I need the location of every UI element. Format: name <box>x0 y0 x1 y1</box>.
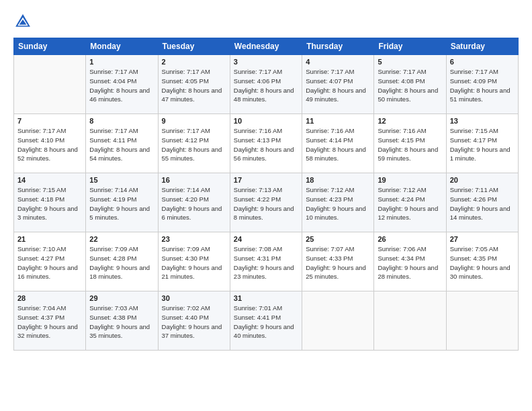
day-cell: 7Sunrise: 7:17 AMSunset: 4:10 PMDaylight… <box>14 114 86 173</box>
day-number: 17 <box>234 176 298 184</box>
day-cell: 20Sunrise: 7:11 AMSunset: 4:26 PMDayligh… <box>446 173 518 232</box>
week-row-4: 21Sunrise: 7:10 AMSunset: 4:27 PMDayligh… <box>14 232 519 291</box>
day-info: Sunrise: 7:15 AMSunset: 4:17 PMDaylight:… <box>450 126 515 163</box>
logo <box>13 12 35 31</box>
day-cell: 17Sunrise: 7:13 AMSunset: 4:22 PMDayligh… <box>230 173 302 232</box>
day-number: 19 <box>378 176 442 184</box>
day-cell: 13Sunrise: 7:15 AMSunset: 4:17 PMDayligh… <box>446 114 518 173</box>
day-cell: 6Sunrise: 7:17 AMSunset: 4:09 PMDaylight… <box>446 55 518 114</box>
header-monday: Monday <box>86 38 158 55</box>
day-number: 25 <box>306 235 370 243</box>
day-info: Sunrise: 7:09 AMSunset: 4:30 PMDaylight:… <box>162 244 226 281</box>
day-info: Sunrise: 7:17 AMSunset: 4:06 PMDaylight:… <box>234 67 298 104</box>
day-cell: 30Sunrise: 7:02 AMSunset: 4:40 PMDayligh… <box>158 291 230 351</box>
day-cell: 11Sunrise: 7:16 AMSunset: 4:14 PMDayligh… <box>302 114 374 173</box>
day-number: 21 <box>17 235 82 243</box>
day-info: Sunrise: 7:17 AMSunset: 4:07 PMDaylight:… <box>306 67 370 104</box>
day-cell: 5Sunrise: 7:17 AMSunset: 4:08 PMDaylight… <box>374 55 446 114</box>
day-info: Sunrise: 7:01 AMSunset: 4:41 PMDaylight:… <box>234 304 298 340</box>
day-info: Sunrise: 7:07 AMSunset: 4:33 PMDaylight:… <box>306 244 370 281</box>
day-info: Sunrise: 7:16 AMSunset: 4:15 PMDaylight:… <box>378 126 442 163</box>
day-info: Sunrise: 7:17 AMSunset: 4:10 PMDaylight:… <box>17 126 82 163</box>
day-cell <box>374 291 446 351</box>
header-tuesday: Tuesday <box>158 38 230 55</box>
day-info: Sunrise: 7:02 AMSunset: 4:40 PMDaylight:… <box>162 304 226 340</box>
day-cell: 9Sunrise: 7:17 AMSunset: 4:12 PMDaylight… <box>158 114 230 173</box>
week-row-3: 14Sunrise: 7:15 AMSunset: 4:18 PMDayligh… <box>14 173 519 232</box>
day-cell: 4Sunrise: 7:17 AMSunset: 4:07 PMDaylight… <box>302 55 374 114</box>
day-info: Sunrise: 7:14 AMSunset: 4:20 PMDaylight:… <box>162 185 226 222</box>
day-number: 8 <box>89 117 154 125</box>
week-row-1: 1Sunrise: 7:17 AMSunset: 4:04 PMDaylight… <box>14 55 519 114</box>
week-row-2: 7Sunrise: 7:17 AMSunset: 4:10 PMDaylight… <box>14 114 519 173</box>
day-number: 14 <box>17 176 82 184</box>
day-number: 11 <box>306 117 370 125</box>
day-info: Sunrise: 7:11 AMSunset: 4:26 PMDaylight:… <box>450 185 515 222</box>
day-info: Sunrise: 7:16 AMSunset: 4:13 PMDaylight:… <box>234 126 298 163</box>
day-cell: 19Sunrise: 7:12 AMSunset: 4:24 PMDayligh… <box>374 173 446 232</box>
day-cell: 18Sunrise: 7:12 AMSunset: 4:23 PMDayligh… <box>302 173 374 232</box>
day-number: 24 <box>234 235 298 243</box>
day-number: 27 <box>450 235 515 243</box>
day-info: Sunrise: 7:17 AMSunset: 4:09 PMDaylight:… <box>450 67 515 104</box>
day-cell: 25Sunrise: 7:07 AMSunset: 4:33 PMDayligh… <box>302 232 374 291</box>
day-number: 28 <box>17 294 82 302</box>
day-info: Sunrise: 7:12 AMSunset: 4:23 PMDaylight:… <box>306 185 370 222</box>
day-cell: 22Sunrise: 7:09 AMSunset: 4:28 PMDayligh… <box>86 232 158 291</box>
logo-icon <box>13 12 32 31</box>
day-number: 30 <box>162 294 226 302</box>
day-cell: 3Sunrise: 7:17 AMSunset: 4:06 PMDaylight… <box>230 55 302 114</box>
day-cell: 12Sunrise: 7:16 AMSunset: 4:15 PMDayligh… <box>374 114 446 173</box>
day-info: Sunrise: 7:08 AMSunset: 4:31 PMDaylight:… <box>234 244 298 281</box>
day-info: Sunrise: 7:17 AMSunset: 4:08 PMDaylight:… <box>378 67 442 104</box>
header-sunday: Sunday <box>14 38 86 55</box>
day-cell <box>446 291 518 351</box>
day-number: 10 <box>234 117 298 125</box>
day-cell: 16Sunrise: 7:14 AMSunset: 4:20 PMDayligh… <box>158 173 230 232</box>
day-cell: 31Sunrise: 7:01 AMSunset: 4:41 PMDayligh… <box>230 291 302 351</box>
day-info: Sunrise: 7:03 AMSunset: 4:38 PMDaylight:… <box>89 304 154 340</box>
day-number: 6 <box>450 58 515 66</box>
day-cell: 28Sunrise: 7:04 AMSunset: 4:37 PMDayligh… <box>14 291 86 351</box>
day-cell <box>302 291 374 351</box>
day-info: Sunrise: 7:09 AMSunset: 4:28 PMDaylight:… <box>89 244 154 281</box>
day-number: 23 <box>162 235 226 243</box>
day-info: Sunrise: 7:06 AMSunset: 4:34 PMDaylight:… <box>378 244 442 281</box>
day-number: 15 <box>89 176 154 184</box>
page: SundayMondayTuesdayWednesdayThursdayFrid… <box>0 0 532 411</box>
day-cell: 2Sunrise: 7:17 AMSunset: 4:05 PMDaylight… <box>158 55 230 114</box>
day-info: Sunrise: 7:15 AMSunset: 4:18 PMDaylight:… <box>17 185 82 222</box>
header-saturday: Saturday <box>446 38 518 55</box>
day-number: 18 <box>306 176 370 184</box>
day-number: 5 <box>378 58 442 66</box>
day-cell: 24Sunrise: 7:08 AMSunset: 4:31 PMDayligh… <box>230 232 302 291</box>
day-number: 20 <box>450 176 515 184</box>
day-cell: 15Sunrise: 7:14 AMSunset: 4:19 PMDayligh… <box>86 173 158 232</box>
header-thursday: Thursday <box>302 38 374 55</box>
day-number: 1 <box>89 58 154 66</box>
day-number: 7 <box>17 117 82 125</box>
day-number: 29 <box>89 294 154 302</box>
day-cell: 8Sunrise: 7:17 AMSunset: 4:11 PMDaylight… <box>86 114 158 173</box>
day-info: Sunrise: 7:17 AMSunset: 4:04 PMDaylight:… <box>89 67 154 104</box>
day-info: Sunrise: 7:14 AMSunset: 4:19 PMDaylight:… <box>89 185 154 222</box>
day-number: 16 <box>162 176 226 184</box>
day-number: 13 <box>450 117 515 125</box>
header <box>13 12 519 31</box>
day-number: 12 <box>378 117 442 125</box>
calendar-table: SundayMondayTuesdayWednesdayThursdayFrid… <box>13 38 519 351</box>
day-cell: 26Sunrise: 7:06 AMSunset: 4:34 PMDayligh… <box>374 232 446 291</box>
day-info: Sunrise: 7:17 AMSunset: 4:05 PMDaylight:… <box>162 67 226 104</box>
day-info: Sunrise: 7:12 AMSunset: 4:24 PMDaylight:… <box>378 185 442 222</box>
day-info: Sunrise: 7:10 AMSunset: 4:27 PMDaylight:… <box>17 244 82 281</box>
day-info: Sunrise: 7:13 AMSunset: 4:22 PMDaylight:… <box>234 185 298 222</box>
header-friday: Friday <box>374 38 446 55</box>
day-number: 4 <box>306 58 370 66</box>
day-info: Sunrise: 7:05 AMSunset: 4:35 PMDaylight:… <box>450 244 515 281</box>
day-cell: 23Sunrise: 7:09 AMSunset: 4:30 PMDayligh… <box>158 232 230 291</box>
day-number: 9 <box>162 117 226 125</box>
day-number: 22 <box>89 235 154 243</box>
day-info: Sunrise: 7:17 AMSunset: 4:12 PMDaylight:… <box>162 126 226 163</box>
day-cell: 10Sunrise: 7:16 AMSunset: 4:13 PMDayligh… <box>230 114 302 173</box>
day-cell: 21Sunrise: 7:10 AMSunset: 4:27 PMDayligh… <box>14 232 86 291</box>
